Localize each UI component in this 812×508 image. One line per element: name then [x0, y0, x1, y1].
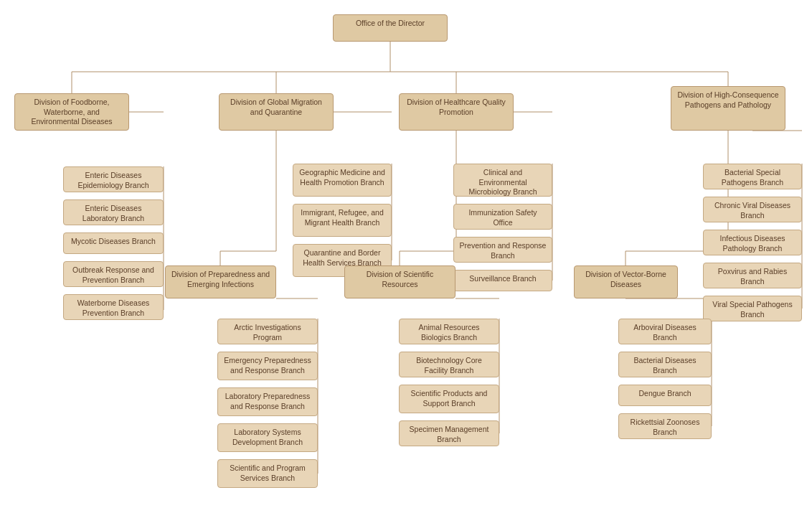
- bacterial-dis-node: Bacterial Diseases Branch: [618, 352, 712, 377]
- div-highconseq-label: Division of High-Consequence Pathogens a…: [677, 90, 778, 109]
- div-scientific-node: Division of Scientific Resources: [344, 265, 455, 298]
- div-global-label: Division of Global Migration and Quarant…: [230, 98, 322, 116]
- outbreak-node: Outbreak Response and Prevention Branch: [63, 261, 164, 287]
- chronic-viral-node: Chronic Viral Diseases Branch: [703, 197, 802, 222]
- emergency-prep-node: Emergency Preparedness and Response Bran…: [217, 352, 318, 380]
- enteric-epi-node: Enteric Diseases Epidemiology Branch: [63, 166, 164, 192]
- biotech-node: Biotechnology Core Facility Branch: [399, 352, 499, 377]
- div-foodborne-label: Division of Foodborne, Waterborne, and E…: [31, 98, 112, 126]
- viral-special-node: Viral Special Pathogens Branch: [703, 296, 802, 321]
- poxvirus-node: Poxvirus and Rabies Branch: [703, 263, 802, 288]
- lab-prep-node: Laboratory Preparedness and Response Bra…: [217, 387, 318, 416]
- lab-systems-node: Laboratory Systems Development Branch: [217, 423, 318, 452]
- specimen-node: Specimen Management Branch: [399, 420, 499, 446]
- bacterial-special-node: Bacterial Special Pathogens Branch: [703, 164, 802, 189]
- clinical-env-node: Clinical and Environmental Microbiology …: [453, 164, 552, 197]
- div-healthcare-label: Division of Healthcare Quality Promotion: [407, 98, 506, 116]
- waterborne-node: Waterborne Diseases Prevention Branch: [63, 294, 164, 320]
- rickettsial-node: Rickettsial Zoonoses Branch: [618, 413, 712, 439]
- infectious-path-node: Infectious Diseases Pathology Branch: [703, 230, 802, 255]
- director-node: Office of the Director: [333, 14, 448, 42]
- prevention-resp-node: Prevention and Response Branch: [453, 237, 552, 263]
- scientific-prog-node: Scientific and Program Services Branch: [217, 459, 318, 488]
- arctic-node: Arctic Investigations Program: [217, 319, 318, 344]
- mycotic-node: Mycotic Diseases Branch: [63, 232, 164, 254]
- enteric-lab-node: Enteric Diseases Laboratory Branch: [63, 199, 164, 225]
- org-chart: Office of the Director Division of Foodb…: [0, 0, 812, 22]
- scientific-prod-node: Scientific Products and Support Branch: [399, 385, 499, 413]
- div-vectorborne-node: Division of Vector-Borne Diseases: [574, 265, 678, 298]
- dengue-node: Dengue Branch: [618, 385, 712, 406]
- div-healthcare-node: Division of Healthcare Quality Promotion: [399, 93, 514, 131]
- surveillance-node: Surveillance Branch: [453, 270, 552, 291]
- geo-med-node: Geographic Medicine and Health Promotion…: [293, 164, 392, 197]
- arboviral-node: Arboviral Diseases Branch: [618, 319, 712, 344]
- director-label: Office of the Director: [356, 19, 425, 27]
- animal-res-node: Animal Resources Biologics Branch: [399, 319, 499, 344]
- div-highconseq-node: Division of High-Consequence Pathogens a…: [671, 86, 785, 131]
- div-foodborne-node: Division of Foodborne, Waterborne, and E…: [14, 93, 129, 131]
- immigrant-node: Immigrant, Refugee, and Migrant Health B…: [293, 204, 392, 237]
- div-global-node: Division of Global Migration and Quarant…: [219, 93, 334, 131]
- immunization-node: Immunization Safety Office: [453, 204, 552, 230]
- div-preparedness-node: Division of Preparedness and Emerging In…: [165, 265, 276, 298]
